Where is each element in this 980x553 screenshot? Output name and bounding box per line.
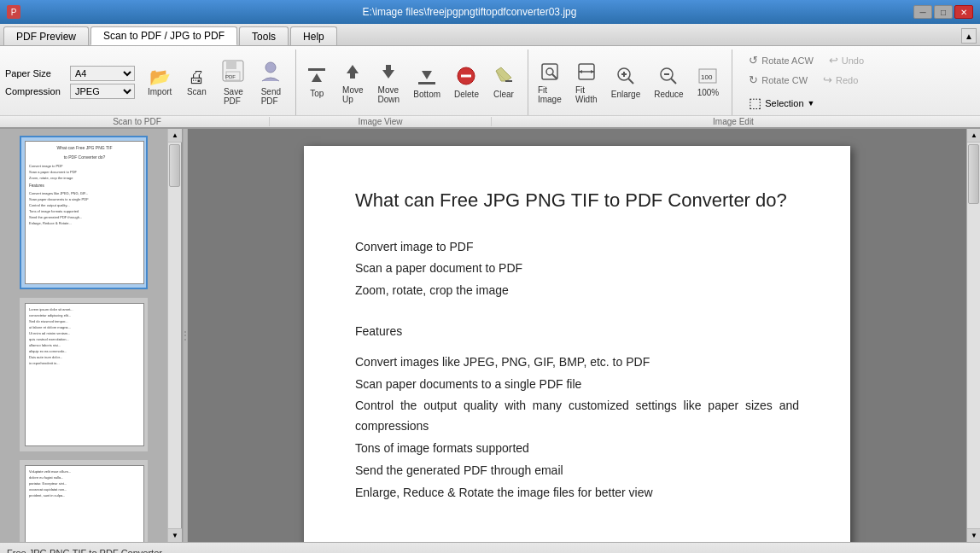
image-view-section: FitImage FitWidth [532,49,732,115]
svg-point-17 [546,68,553,75]
send-pdf-button[interactable]: SendPDF [253,55,289,109]
feature-6: Enlarge, Reduce & Rotate the image files… [355,483,799,504]
thumbnail-3[interactable]: Voluptate velit esse cillum... dolore eu… [20,460,148,542]
undo-icon: ↩ [829,54,838,67]
bottom-icon [417,66,437,88]
svg-rect-1 [226,61,236,69]
document-intro: Convert image to PDF Scan a paper docume… [355,237,799,301]
content-scrollbar[interactable]: ▲ ▼ [966,129,980,542]
features-title: Features [355,322,799,342]
save-pdf-icon: PDF [221,59,245,85]
send-pdf-label: SendPDF [261,87,281,106]
reduce-label: Reduce [654,90,683,99]
rotate-cw-button[interactable]: ↻ Rotate CW [743,71,814,89]
content-scroll-up[interactable]: ▲ [967,129,980,143]
feature-4: Tons of image formats supported [355,439,799,459]
sidebar-scroll-up[interactable]: ▲ [168,129,182,143]
enlarge-icon [615,66,636,88]
feature-3: Control the output quality with many cus… [355,396,799,437]
clear-icon [493,66,514,88]
content-area: What can Free JPG PNG TIF to PDF Convert… [188,129,980,542]
thumbnail-panel: What can Free JPG PNG TIF to PDF Convert… [0,129,167,542]
thumbnail-1[interactable]: What can Free JPG PNG TIF to PDF Convert… [20,136,148,289]
redo-icon: ↪ [823,73,832,86]
fit-width-button[interactable]: FitWidth [569,58,604,108]
fit-image-label: FitImage [538,85,562,104]
selection-icon: ⬚ [749,95,761,111]
thumbnail-2[interactable]: Lorem ipsum dolor sit amet... consectetu… [20,298,148,451]
zoom-level-button[interactable]: 100 100% [691,64,726,101]
maximize-button[interactable]: □ [934,5,953,19]
import-button[interactable]: 📂 Import [142,65,178,100]
minimize-button[interactable]: ─ [913,5,932,19]
undo-label: Undo [842,55,864,66]
status-text: Free JPG PNG TIF to PDF Converter [7,548,162,554]
thumb-image-2: Lorem ipsum dolor sit amet... consectetu… [25,303,144,446]
content-scroll-down[interactable]: ▼ [967,528,980,542]
intro-line-2: Scan a paper document to PDF [355,259,799,279]
clear-button[interactable]: Clear [487,62,521,102]
image-edit-label: Image Edit [492,117,975,126]
scan-label: Scan [187,87,207,96]
svg-text:PDF: PDF [225,74,236,79]
sidebar: What can Free JPG PNG TIF to PDF Convert… [0,129,183,542]
fit-width-icon [576,61,597,84]
scan-icon: 🖨 [188,68,205,85]
delete-button[interactable]: Delete [448,62,485,102]
scan-to-pdf-section: Paper Size A4 Compression JPEG 📂 Import [5,49,296,115]
compression-select[interactable]: JPEG [70,84,135,99]
window-controls: ─ □ ✕ [913,5,973,19]
paper-size-select[interactable]: A4 [70,66,135,81]
bottom-button[interactable]: Bottom [407,62,446,102]
save-pdf-button[interactable]: PDF SavePDF [215,55,251,109]
move-up-button[interactable]: MoveUp [335,58,370,108]
top-label: Top [310,89,324,98]
svg-rect-8 [350,73,355,79]
enlarge-button[interactable]: Enlarge [605,62,646,102]
rotate-acw-icon: ↺ [749,54,758,67]
scan-to-pdf-label: Scan to PDF [5,117,270,126]
sidebar-scrollbar[interactable]: ▲ ▼ [167,129,181,542]
fit-image-button[interactable]: FitImage [532,58,568,108]
tab-bar: PDF Preview Scan to PDF / JPG to PDF Too… [0,24,980,46]
svg-text:100: 100 [701,73,713,81]
close-button[interactable]: ✕ [954,5,973,19]
move-down-label: MoveDown [378,85,400,104]
feature-5: Send the generated PDF through email [355,461,799,481]
move-down-icon [378,61,399,84]
fit-image-icon [540,61,560,84]
redo-button[interactable]: ↪ Redo [817,71,868,89]
delete-label: Delete [454,90,479,99]
sidebar-scroll-thumb[interactable] [169,144,180,187]
tab-tools[interactable]: Tools [239,26,289,45]
delete-icon [456,66,476,88]
rotate-cw-label: Rotate CW [761,75,808,85]
tab-pdf-preview[interactable]: PDF Preview [3,26,89,45]
rotate-acw-button[interactable]: ↺ Rotate ACW [743,51,820,69]
features-list: Convert images like JPEG, PNG, GIF, BMP,… [355,352,799,504]
intro-line-1: Convert image to PDF [355,237,799,258]
undo-button[interactable]: ↩ Undo [823,51,874,69]
toolbar-section-labels: Scan to PDF Image View Image Edit [0,116,980,127]
svg-point-4 [265,62,276,73]
sidebar-scroll-down[interactable]: ▼ [168,528,182,542]
svg-line-18 [552,74,557,79]
selection-dropdown-icon: ▼ [808,99,815,108]
app-icon: P [7,5,20,19]
content-scroll-thumb[interactable] [968,144,979,204]
svg-line-28 [671,79,676,84]
top-button[interactable]: Top [300,63,334,102]
selection-button[interactable]: ⬚ Selection ▼ [743,92,820,114]
import-label: Import [148,87,172,96]
collapse-ribbon-button[interactable]: ▲ [961,28,977,44]
tab-help[interactable]: Help [290,26,337,45]
fit-width-label: FitWidth [575,85,598,104]
reduce-button[interactable]: Reduce [648,62,689,102]
scan-button[interactable]: 🖨 Scan [179,65,213,100]
enlarge-label: Enlarge [611,90,640,99]
tab-scan-to-pdf[interactable]: Scan to PDF / JPG to PDF [90,26,237,45]
move-down-button[interactable]: MoveDown [371,58,405,108]
document-view: What can Free JPG PNG TIF to PDF Convert… [188,129,966,542]
svg-rect-5 [308,68,325,71]
svg-rect-12 [418,82,435,84]
